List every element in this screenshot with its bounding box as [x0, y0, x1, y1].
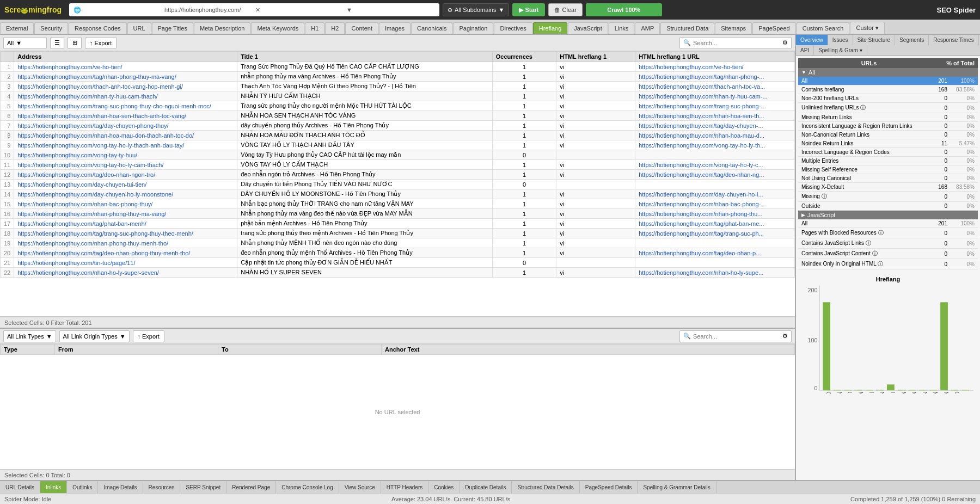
row-address[interactable]: https://hotienphongthuy.com/ve-ho-tien/	[14, 62, 237, 72]
col-title[interactable]: Title 1	[237, 52, 493, 62]
bottom-tab-structured-data-details[interactable]: Structured Data Details	[512, 481, 579, 493]
overview-row[interactable]: Contains hreflang16883.58%	[798, 85, 978, 94]
table-row[interactable]: 4 https://hotienphongthuy.com/nhan-ty-hu…	[1, 91, 795, 101]
bottom-tab-view-source[interactable]: View Source	[339, 481, 381, 493]
list-view-button[interactable]: ☰	[50, 37, 64, 49]
table-row[interactable]: 14 https://hotienphongthuy.com/day-chuye…	[1, 189, 795, 199]
table-row[interactable]: 21 https://hotienphongthuy.com/tin-tuc/p…	[1, 258, 795, 268]
navtab-images[interactable]: Images	[379, 22, 411, 34]
col-type[interactable]: Type	[1, 345, 55, 355]
overview-row[interactable]: Not Using Canonical00%	[798, 174, 978, 183]
start-button[interactable]: ▶ Start	[512, 3, 545, 16]
navtab-custom-search[interactable]: Custom Search	[797, 22, 850, 34]
navtab-structured-data[interactable]: Structured Data	[660, 22, 714, 34]
navtab-amp[interactable]: AMP	[635, 22, 660, 34]
url-close-icon[interactable]: ✕	[255, 7, 344, 14]
table-row[interactable]: 3 https://hotienphongthuy.com/thach-anh-…	[1, 82, 795, 91]
bottom-tab-pagespeed-details[interactable]: PageSpeed Details	[580, 481, 638, 493]
bottom-tab-inlinks[interactable]: Inlinks	[40, 481, 67, 493]
bottom-tab-image-details[interactable]: Image Details	[98, 481, 143, 493]
navtab-content[interactable]: Content	[345, 22, 378, 34]
bar-missing-self[interactable]	[919, 390, 927, 390]
bottom-search-box[interactable]: 🔍 ⚙	[679, 330, 792, 342]
navtab-pagespeed[interactable]: PageSpeed	[752, 22, 796, 34]
navtab-response-codes[interactable]: Response Codes	[69, 22, 126, 34]
overview-row[interactable]: Contains JavaScript Content ⓘ00%	[798, 249, 978, 259]
col-address[interactable]: Address	[14, 52, 237, 62]
table-row[interactable]: 19 https://hotienphongthuy.com/nhan-phon…	[1, 238, 795, 248]
row-address[interactable]: https://hotienphongthuy.com/nhan-hoa-mau…	[14, 131, 237, 140]
clear-button[interactable]: 🗑 Clear	[548, 3, 582, 16]
row-address[interactable]: https://hotienphongthuy.com/day-chuyen-t…	[14, 180, 237, 189]
table-row[interactable]: 20 https://hotienphongthuy.com/tag/deo-n…	[1, 248, 795, 258]
table-row[interactable]: 6 https://hotienphongthuy.com/nhan-hoa-s…	[1, 111, 795, 121]
bar-contains-hreflang[interactable]	[823, 302, 830, 390]
row-address[interactable]: https://hotienphongthuy.com/trang-suc-ph…	[14, 101, 237, 111]
overview-row[interactable]: Noindex Return Links115.47%	[798, 139, 978, 148]
filter-dropdown[interactable]: All ▼	[3, 37, 47, 49]
table-row[interactable]: 15 https://hotienphongthuy.com/nhan-bac-…	[1, 199, 795, 209]
table-row[interactable]: 11 https://hotienphongthuy.com/vong-tay-…	[1, 160, 795, 170]
bar-missing[interactable]	[951, 390, 959, 390]
overview-section-header-0[interactable]: ▼All	[798, 68, 978, 77]
right-tab-spelling-&-gram-▾[interactable]: Spelling & Gram ▾	[814, 45, 867, 56]
overview-row[interactable]: Outside 00%	[798, 202, 978, 211]
row-address[interactable]: https://hotienphongthuy.com/day-chuyen-h…	[14, 189, 237, 199]
navtab-hreflang[interactable]: Hreflang	[533, 22, 568, 34]
navtab-meta-keywords[interactable]: Meta Keywords	[251, 22, 304, 34]
bar-inconsistent[interactable]	[866, 390, 873, 390]
overview-row[interactable]: Non-200 hreflang URLs00%	[798, 94, 978, 103]
row-address[interactable]: https://hotienphongthuy.com/tag/deo-nhan…	[14, 248, 237, 258]
bar-outside-head[interactable]	[961, 390, 969, 390]
link-types-dropdown[interactable]: All Link Types ▼	[3, 330, 56, 342]
right-tab-response-times[interactable]: Response Times	[929, 35, 978, 45]
table-row[interactable]: 10 https://hotienphongthuy.com/vong-tay-…	[1, 150, 795, 160]
overview-row[interactable]: Unlinked hreflang URLs ⓘ00%	[798, 103, 978, 113]
table-row[interactable]: 8 https://hotienphongthuy.com/nhan-hoa-m…	[1, 131, 795, 140]
overview-row[interactable]: Missing Return Links00%	[798, 113, 978, 122]
navtab-links[interactable]: Links	[609, 22, 635, 34]
right-tab-issues[interactable]: Issues	[828, 35, 853, 45]
right-tab-site-structure[interactable]: Site Structure	[853, 35, 896, 45]
table-row[interactable]: 22 https://hotienphongthuy.com/nhan-ho-l…	[1, 268, 795, 278]
bottom-tab-chrome-console-log[interactable]: Chrome Console Log	[276, 481, 339, 493]
bar-incorrect-codes[interactable]	[898, 390, 905, 390]
bar-unlinked[interactable]	[844, 390, 852, 390]
bar-noncanonical[interactable]	[876, 390, 884, 390]
bottom-tab-resources[interactable]: Resources	[143, 481, 181, 493]
overview-row[interactable]: Multiple Entries00%	[798, 157, 978, 165]
col-from[interactable]: From	[55, 345, 218, 355]
col-to[interactable]: To	[218, 345, 382, 355]
url-arrow-icon[interactable]: ▼	[346, 7, 435, 13]
navtab-url[interactable]: URL	[127, 22, 151, 34]
link-origin-dropdown[interactable]: All Link Origin Types ▼	[59, 330, 130, 342]
row-address[interactable]: https://hotienphongthuy.com/thach-anh-to…	[14, 82, 237, 91]
bar-missing-xdefault[interactable]	[940, 302, 948, 390]
bar-non200[interactable]	[834, 390, 841, 390]
overview-row[interactable]: Missing Self Reference00%	[798, 165, 978, 174]
search-box[interactable]: 🔍 ⚙	[679, 37, 792, 49]
row-address[interactable]: https://hotienphongthuy.com/tag/trang-su…	[14, 229, 237, 238]
overview-row[interactable]: Incorrect Language & Region Codes00%	[798, 148, 978, 157]
row-address[interactable]: https://hotienphongthuy.com/nhan-phong-t…	[14, 238, 237, 248]
right-tab-api[interactable]: API	[796, 45, 814, 56]
table-row[interactable]: 16 https://hotienphongthuy.com/nhan-phon…	[1, 209, 795, 219]
bar-not-using-canonical[interactable]	[930, 390, 938, 390]
navtab-canonicals[interactable]: Canonicals	[411, 22, 452, 34]
bottom-tab-url-details[interactable]: URL Details	[0, 481, 40, 493]
row-address[interactable]: https://hotienphongthuy.com/tag/nhan-pho…	[14, 72, 237, 82]
bottom-tab-spelling-&-grammar-details[interactable]: Spelling & Grammar Details	[638, 481, 716, 493]
overview-row[interactable]: All201100%	[798, 219, 978, 228]
overview-row[interactable]: Missing X-Default16883.58%	[798, 183, 978, 192]
bottom-search-options-icon[interactable]: ⚙	[782, 333, 788, 340]
table-row[interactable]: 13 https://hotienphongthuy.com/day-chuye…	[1, 180, 795, 189]
overview-row[interactable]: Pages with Blocked Resources ⓘ00%	[798, 228, 978, 238]
table-row[interactable]: 17 https://hotienphongthuy.com/tag/phat-…	[1, 219, 795, 229]
row-address[interactable]: https://hotienphongthuy.com/vong-tay-ho-…	[14, 160, 237, 170]
row-address[interactable]: https://hotienphongthuy.com/tag/phat-ban…	[14, 219, 237, 229]
navtab-meta-description[interactable]: Meta Description	[194, 22, 251, 34]
url-bar[interactable]: 🌐 https://hotienphongthuy.com/ ✕ ▼	[69, 3, 439, 16]
col-hreflang-url[interactable]: HTML hreflang 1 URL	[635, 52, 795, 62]
row-address[interactable]: https://hotienphongthuy.com/nhan-phong-t…	[14, 209, 237, 219]
row-address[interactable]: https://hotienphongthuy.com/tin-tuc/page…	[14, 258, 237, 268]
